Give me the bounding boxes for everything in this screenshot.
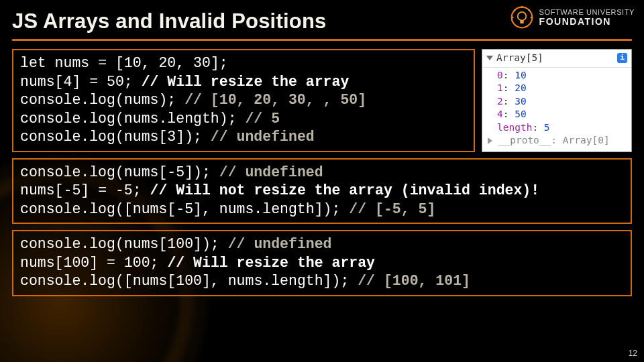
info-icon[interactable]: i (617, 53, 627, 63)
collapse-icon (486, 56, 493, 60)
svg-rect-2 (520, 21, 523, 24)
inspector-entry: 4: 50 (497, 108, 631, 121)
inspector-type: Array[5] (496, 52, 543, 65)
inspector-proto: __proto__: Array[0] (488, 134, 631, 147)
inspector-entry: 1: 20 (497, 82, 631, 95)
inspector-entry: 2: 30 (497, 95, 631, 109)
inspector-entry: 0: 10 (497, 69, 631, 82)
code-block-2: console.log(nums[-5]); // undefined nums… (12, 158, 632, 225)
svg-point-1 (517, 12, 526, 21)
title-rule (12, 39, 632, 41)
logo: SOFTWARE UNIVERSITY FOUNDATION (510, 5, 635, 29)
inspector-length: length: 5 (497, 121, 631, 135)
lightbulb-icon (510, 5, 534, 29)
code-block-1: let nums = [10, 20, 30]; nums[4] = 50; /… (12, 49, 475, 152)
svg-line-7 (529, 9, 530, 11)
logo-subtitle: SOFTWARE UNIVERSITY (539, 8, 635, 16)
expand-icon[interactable] (488, 137, 492, 144)
logo-title: FOUNDATION (539, 16, 635, 27)
code-block-3: console.log(nums[100]); // undefined num… (12, 230, 632, 296)
inspector-header[interactable]: Array[5] i (482, 50, 631, 68)
page-number: 12 (629, 349, 637, 358)
devtools-array-inspector: Array[5] i 0: 10 1: 20 2: 30 4: 50 lengt… (482, 49, 632, 152)
svg-line-6 (514, 9, 515, 11)
